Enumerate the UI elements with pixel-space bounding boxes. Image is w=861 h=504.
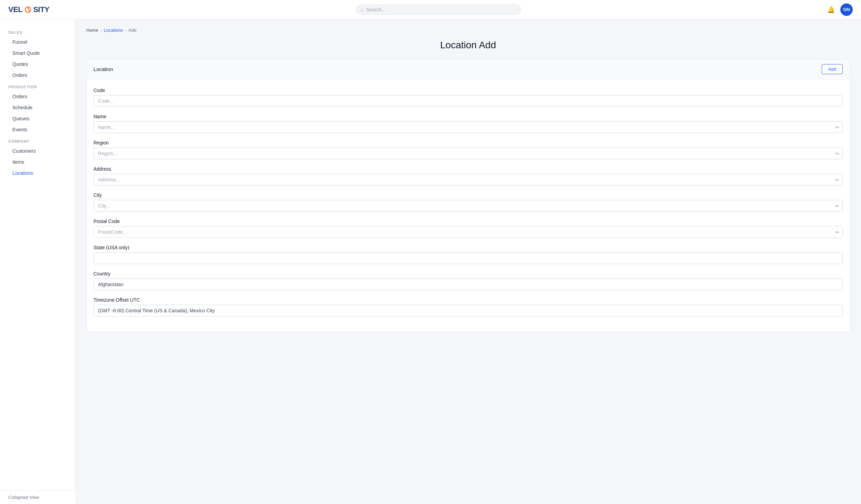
sidebar-item-production-orders[interactable]: Orders	[0, 91, 75, 102]
location-card: Location Add Code Name ⇔ Region	[86, 59, 850, 332]
search-bar: ⌕	[356, 4, 521, 15]
name-input-wrap: ⇔	[93, 121, 843, 133]
address-group: Address ⇔	[93, 166, 843, 185]
breadcrumb: Home › Locations › Add	[86, 28, 850, 33]
breadcrumb-home[interactable]: Home	[86, 28, 98, 33]
code-label: Code	[93, 88, 843, 93]
state-group: State (USA only)	[93, 245, 843, 264]
country-group: Country	[93, 271, 843, 290]
logo: VEL SITY	[8, 5, 49, 14]
breadcrumb-sep-1: ›	[100, 28, 102, 33]
add-button[interactable]: Add	[822, 64, 843, 74]
state-input-wrap	[93, 252, 843, 264]
sidebar-section-sales: SALES	[0, 26, 75, 37]
address-input[interactable]	[93, 174, 843, 185]
card-section-title: Location	[93, 66, 113, 72]
region-input-wrap: ⇔	[93, 148, 843, 159]
navbar-right: 🔔 GN	[827, 3, 853, 16]
timezone-group: Timezone Offset UTC	[93, 297, 843, 316]
page-title: Location Add	[86, 40, 850, 51]
sidebar-item-events[interactable]: Events	[0, 124, 75, 135]
sidebar-item-items[interactable]: Items	[0, 157, 75, 168]
region-group: Region ⇔	[93, 140, 843, 159]
sidebar-item-funnel[interactable]: Funnel	[0, 37, 75, 48]
state-input[interactable]	[93, 252, 843, 264]
address-label: Address	[93, 166, 843, 172]
postal-code-input-wrap: ⇔	[93, 226, 843, 238]
card-header: Location Add	[87, 59, 850, 79]
city-group: City ⇔	[93, 192, 843, 212]
state-label: State (USA only)	[93, 245, 843, 250]
sidebar-item-quotes[interactable]: Quotes	[0, 59, 75, 70]
code-group: Code	[93, 88, 843, 107]
search-input[interactable]	[366, 7, 516, 12]
sidebar: SALES Funnel Smart Quote Quotes Orders P…	[0, 19, 75, 504]
sidebar-section-company: COMPANY	[0, 135, 75, 145]
postal-code-label: Postal Code	[93, 219, 843, 224]
name-label: Name	[93, 114, 843, 119]
country-label: Country	[93, 271, 843, 276]
search-icon: ⌕	[361, 7, 364, 12]
city-label: City	[93, 192, 843, 198]
avatar[interactable]: GN	[840, 3, 853, 16]
card-body: Code Name ⇔ Region ⇔	[87, 79, 850, 332]
breadcrumb-sep-2: ›	[125, 28, 126, 33]
region-input[interactable]	[93, 148, 843, 159]
bell-icon[interactable]: 🔔	[827, 6, 835, 13]
sidebar-item-schedule[interactable]: Schedule	[0, 102, 75, 113]
collapsed-view-toggle[interactable]: Collapsed View	[0, 490, 75, 504]
address-input-wrap: ⇔	[93, 174, 843, 185]
logo-icon	[24, 6, 31, 13]
country-input-wrap	[93, 279, 843, 290]
timezone-label: Timezone Offset UTC	[93, 297, 843, 303]
main-content: Home › Locations › Add Location Add Loca…	[75, 19, 861, 504]
breadcrumb-current: Add	[128, 28, 136, 33]
timezone-input-wrap	[93, 305, 843, 316]
sidebar-item-customers[interactable]: Customers	[0, 145, 75, 157]
name-group: Name ⇔	[93, 114, 843, 133]
name-input[interactable]	[93, 121, 843, 133]
sidebar-item-smart-quote[interactable]: Smart Quote	[0, 48, 75, 59]
city-input-wrap: ⇔	[93, 200, 843, 212]
navbar: VEL SITY ⌕ 🔔 GN	[0, 0, 861, 19]
timezone-input[interactable]	[93, 305, 843, 316]
logo-text: VEL SITY	[8, 5, 49, 14]
sidebar-item-locations[interactable]: Locations	[0, 168, 75, 179]
sidebar-item-sales-orders[interactable]: Orders	[0, 70, 75, 81]
sidebar-item-queues[interactable]: Queues	[0, 113, 75, 124]
code-input-wrap	[93, 95, 843, 107]
svg-line-1	[28, 8, 29, 11]
postal-code-input[interactable]	[93, 226, 843, 238]
logo-o	[22, 5, 33, 14]
sidebar-section-production: PRODUCTION	[0, 81, 75, 91]
postal-code-group: Postal Code ⇔	[93, 219, 843, 238]
city-input[interactable]	[93, 200, 843, 212]
country-input[interactable]	[93, 279, 843, 290]
code-input[interactable]	[93, 95, 843, 107]
breadcrumb-locations[interactable]: Locations	[104, 28, 123, 33]
region-label: Region	[93, 140, 843, 145]
